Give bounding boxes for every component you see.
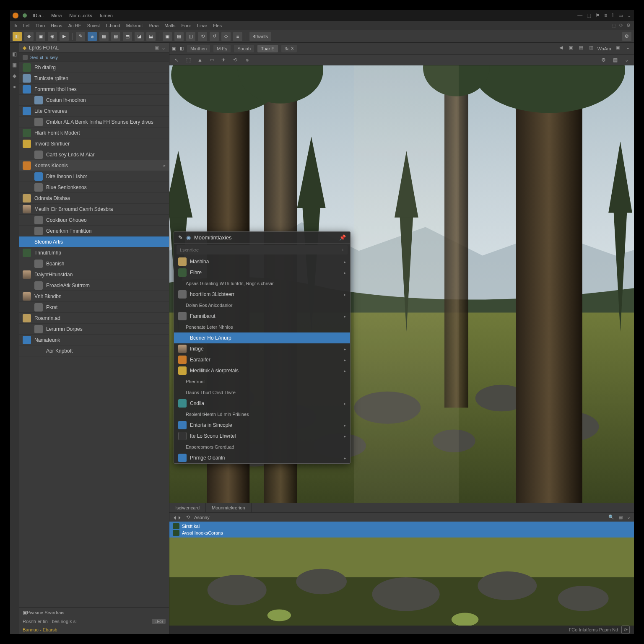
list-item[interactable]: Dire Ibsonn LIshor	[19, 171, 169, 182]
viewport-right-icon[interactable]: ▥	[587, 45, 595, 52]
list-item[interactable]: Blue Senionkenos	[19, 182, 169, 193]
rail-icon[interactable]: ◧	[12, 51, 17, 57]
list-item[interactable]: EroacleAtk Sutrrom	[19, 280, 169, 291]
plus-icon[interactable]: +	[342, 247, 344, 252]
3d-viewport[interactable]: ✎ ◉ Moomitintlaxies 📌 t.sxnrtkre + Mashi…	[169, 65, 634, 503]
menu-item[interactable]: Fles	[213, 23, 222, 28]
list-item[interactable]: Generknn Tmmlitton	[19, 226, 169, 236]
popup-item[interactable]: Ponenate Leter Nhnlos	[174, 322, 350, 332]
panel-action-icon[interactable]: ▣	[154, 45, 159, 51]
toolbar-button[interactable]: ⎈	[88, 32, 97, 41]
dock-bar-icon[interactable]: ▤	[618, 514, 623, 520]
viewport-tab[interactable]: Tuar E	[257, 45, 278, 52]
list-item[interactable]: Hlark Fomt k Modert	[19, 127, 169, 138]
dock-selection[interactable]: Sirstt kal Avsai InooksCorans	[169, 522, 634, 538]
list-item[interactable]: Pkrst	[19, 302, 169, 313]
sys-icon[interactable]: ⬚	[587, 13, 591, 18]
popup-item[interactable]: Phrnge Oloanln▸	[174, 452, 350, 463]
viewport-right-icon[interactable]: ⌄	[624, 45, 631, 52]
menu-item[interactable]: Malts	[164, 23, 175, 28]
list-item[interactable]: Sfeomo Artis	[19, 236, 169, 247]
toolbar-button[interactable]: ⬒	[123, 32, 132, 41]
list-item[interactable]: Cmblur AL A Bemk Inirha FH Snurise Eory …	[19, 117, 169, 127]
list-item[interactable]: Rh dtal'rg	[19, 62, 169, 73]
viewport-tool[interactable]: ⟲	[231, 56, 239, 64]
viewport-tool[interactable]: ▲	[196, 56, 204, 64]
pin-icon[interactable]: 📌	[339, 234, 346, 241]
menu-item[interactable]: Hisus	[51, 23, 62, 28]
viewport-tab-icon[interactable]: ◧	[179, 46, 184, 51]
toolbar-button[interactable]: ▶	[60, 32, 69, 41]
menu-right-icon[interactable]: ⬚	[612, 23, 616, 28]
popup-item[interactable]: Famnibarut▸	[174, 311, 350, 322]
menu-item[interactable]: Ih	[13, 23, 17, 28]
list-item[interactable]: Cookliour Ghoueo	[19, 215, 169, 226]
engine-logo-icon[interactable]: ⟳	[621, 626, 630, 634]
panel-action-icon[interactable]: ⌄	[161, 45, 166, 51]
toolbar-button[interactable]: ▤	[111, 32, 120, 41]
popup-item[interactable]: Inibge▸	[174, 343, 350, 354]
toolbar-button[interactable]: ↺	[210, 32, 219, 41]
menu-item[interactable]: Rraa	[148, 23, 158, 28]
dock-bar-icon[interactable]: ⟲	[186, 514, 190, 520]
list-item[interactable]: Lerurmn Dorpes	[19, 324, 169, 335]
toolbar-button[interactable]: ▦	[99, 32, 109, 41]
menu-item[interactable]: Makroot	[126, 23, 143, 28]
popup-item[interactable]: Dauns Thurt Chsd Tlwre	[174, 387, 350, 398]
menu-right-icon[interactable]: ⟳	[619, 23, 623, 28]
toolbar-button[interactable]: ▤	[174, 32, 184, 41]
viewport-right-icon[interactable]: ▤	[577, 45, 585, 52]
rail-icon[interactable]: ●	[13, 84, 16, 90]
dock-bar-icon[interactable]: ⌄	[627, 514, 631, 520]
panel-list[interactable]: Rh dtal'rgTunicste rplitenFormrmn Ithol …	[19, 62, 169, 608]
list-item[interactable]: Tunicste rpliten	[19, 73, 169, 84]
menu-item[interactable]: Suiest	[87, 23, 100, 28]
list-item[interactable]: Aor Knpbott	[19, 345, 169, 356]
toolbar-search[interactable]: 4thants	[249, 32, 271, 41]
viewport-tool[interactable]: ▭	[208, 56, 216, 64]
list-item[interactable]: Vnlt Bkndbn	[19, 291, 169, 302]
toolbar-button[interactable]: ≡	[233, 32, 242, 41]
toolbar-button[interactable]: ◪	[135, 32, 144, 41]
popup-item[interactable]: Cndlla▸	[174, 398, 350, 409]
dock-bar-icon[interactable]: 🔍	[608, 514, 614, 520]
viewport-tool[interactable]: ⎈	[243, 56, 251, 64]
viewport-tab[interactable]: Sooab	[234, 45, 254, 52]
sys-icon[interactable]: ⚑	[595, 13, 600, 18]
popup-item[interactable]: Dolan Eos Anicodanlor	[174, 300, 350, 311]
list-item[interactable]: Inword Sinrtluer	[19, 138, 169, 149]
viewport-tool[interactable]: ↖	[173, 56, 180, 64]
viewport-right-icon[interactable]: ◀	[557, 45, 565, 52]
popup-item[interactable]: hoortiiom 3Licbteerr▸	[174, 289, 350, 300]
sys-icon[interactable]: ⌄	[627, 13, 631, 18]
sys-icon[interactable]: 1	[611, 13, 614, 18]
list-item[interactable]: Meullh Cir Brroumd Canrh Sdesbra	[19, 204, 169, 215]
popup-item[interactable]: Eihre▸	[174, 267, 350, 278]
list-item[interactable]: Roamrln.ad	[19, 313, 169, 324]
viewport-tab[interactable]: 3a 3	[281, 45, 297, 52]
viewport-tab[interactable]: Minthen	[187, 45, 210, 52]
menu-right-icon[interactable]: ⚙	[626, 23, 631, 28]
dock-preview[interactable]	[169, 538, 634, 626]
menu-item[interactable]: Eonr	[182, 23, 191, 28]
list-item[interactable]: Cosiun Ih-noolron	[19, 95, 169, 106]
panel-search[interactable]: Sed xt :u kely	[19, 53, 169, 62]
popup-item[interactable]: Rsoienl tHentn Ld mln Prikines	[174, 409, 350, 420]
list-item[interactable]: DaiyntHitunstdan	[19, 269, 169, 280]
title-item[interactable]: ID a..	[31, 13, 45, 18]
popup-item[interactable]: Mashiha▸	[174, 256, 350, 267]
menu-item[interactable]: L-hood	[106, 23, 120, 28]
toolbar-button[interactable]: ▣	[36, 32, 45, 41]
world-outliner-popup[interactable]: ✎ ◉ Moomitintlaxies 📌 t.sxnrtkre + Mashi…	[174, 231, 351, 464]
toolbar-button[interactable]: ⬓	[146, 32, 156, 41]
popup-item[interactable]: Apsas Giranling WTh Iuritdn, Rngr s chrs…	[174, 278, 350, 289]
title-item[interactable]: Nor c..ccks	[68, 13, 93, 18]
viewport-right-icon[interactable]: ▣	[614, 45, 621, 52]
toolbar-button[interactable]: ◇	[221, 32, 231, 41]
list-item[interactable]: Lite Chrveures	[19, 106, 169, 117]
popup-item[interactable]: Earaaifer▸	[174, 354, 350, 365]
list-item[interactable]: Kontes Kloonis▸	[19, 160, 169, 171]
sys-icon[interactable]: ▭	[618, 13, 623, 18]
dock-tab[interactable]: Isciwencard	[169, 503, 206, 512]
menu-item[interactable]: Linar	[197, 23, 207, 28]
